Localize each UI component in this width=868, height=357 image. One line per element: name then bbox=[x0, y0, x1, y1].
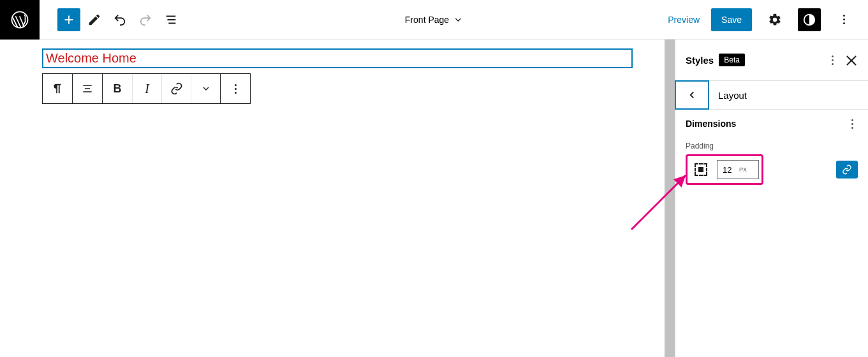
chevron-left-icon bbox=[686, 89, 698, 101]
block-type-button[interactable] bbox=[43, 74, 72, 103]
beta-badge: Beta bbox=[719, 54, 745, 66]
styles-panel-header: Styles Beta bbox=[675, 40, 868, 81]
settings-button[interactable] bbox=[763, 8, 786, 31]
align-button[interactable] bbox=[73, 74, 102, 103]
chevron-down-icon bbox=[453, 15, 463, 25]
contrast-icon bbox=[802, 13, 816, 27]
panel-more-button[interactable] bbox=[825, 48, 840, 71]
padding-row: PX bbox=[675, 154, 868, 185]
chevron-down-icon bbox=[201, 84, 211, 94]
padding-label: Padding bbox=[675, 134, 868, 154]
toolbar-right: Preview Save bbox=[668, 8, 868, 31]
dimensions-title: Dimensions bbox=[686, 119, 736, 129]
more-menu-button[interactable] bbox=[832, 8, 855, 31]
redo-icon bbox=[138, 13, 152, 27]
link-icon bbox=[170, 82, 183, 95]
kebab-icon bbox=[846, 119, 858, 129]
styles-nav-row: Layout bbox=[675, 81, 868, 110]
canvas-scrollbar[interactable] bbox=[665, 40, 675, 357]
box-icon bbox=[695, 163, 707, 176]
link-sides-button[interactable] bbox=[836, 161, 858, 178]
block-options-button[interactable] bbox=[221, 74, 250, 103]
document-title-text: Front Page bbox=[405, 15, 449, 25]
pencil-icon bbox=[87, 13, 101, 27]
bold-icon: B bbox=[114, 82, 122, 96]
link-icon bbox=[842, 164, 852, 175]
kebab-icon bbox=[230, 84, 241, 94]
edit-mode-button[interactable] bbox=[83, 8, 106, 31]
paragraph-block[interactable]: Welcome Home bbox=[42, 48, 633, 68]
block-toolbar: B I bbox=[42, 73, 251, 104]
padding-value-input[interactable] bbox=[717, 165, 739, 175]
sidebar: Styles Beta Layout Dimensions Padding PX bbox=[675, 40, 868, 357]
save-button[interactable]: Save bbox=[711, 8, 752, 31]
align-icon bbox=[81, 82, 94, 95]
editor-canvas: Welcome Home B I bbox=[0, 40, 675, 357]
nav-section-title: Layout bbox=[709, 81, 868, 109]
add-block-button[interactable] bbox=[57, 8, 80, 31]
kebab-icon bbox=[827, 55, 838, 65]
italic-button[interactable]: I bbox=[132, 74, 161, 103]
padding-control-highlight: PX bbox=[686, 154, 763, 185]
list-view-icon bbox=[164, 13, 178, 27]
padding-sides-button[interactable] bbox=[690, 159, 712, 180]
back-button[interactable] bbox=[675, 80, 709, 110]
link-button[interactable] bbox=[161, 74, 191, 103]
editor-top-bar: Front Page Preview Save bbox=[0, 0, 868, 40]
redo-button[interactable] bbox=[134, 8, 157, 31]
wordpress-icon bbox=[10, 10, 29, 29]
list-view-button[interactable] bbox=[159, 8, 182, 31]
dimensions-section-header: Dimensions bbox=[675, 110, 868, 134]
bold-button[interactable]: B bbox=[103, 74, 132, 103]
document-title-dropdown[interactable]: Front Page bbox=[405, 15, 463, 25]
padding-unit-label: PX bbox=[739, 166, 749, 173]
close-panel-button[interactable] bbox=[845, 54, 858, 66]
wordpress-logo[interactable] bbox=[0, 0, 40, 40]
styles-toggle-button[interactable] bbox=[798, 8, 821, 31]
more-rich-text-button[interactable] bbox=[191, 74, 220, 103]
paragraph-icon bbox=[50, 82, 64, 96]
plus-icon bbox=[62, 13, 76, 27]
undo-icon bbox=[113, 13, 127, 27]
italic-icon: I bbox=[145, 82, 149, 96]
styles-panel-title: Styles bbox=[686, 55, 714, 66]
preview-button[interactable]: Preview bbox=[668, 15, 700, 25]
padding-input-wrapper: PX bbox=[717, 160, 759, 179]
toolbar-left bbox=[40, 8, 182, 31]
undo-button[interactable] bbox=[108, 8, 131, 31]
kebab-icon bbox=[838, 15, 850, 24]
gear-icon bbox=[768, 13, 782, 27]
dimensions-more-button[interactable] bbox=[846, 119, 858, 129]
